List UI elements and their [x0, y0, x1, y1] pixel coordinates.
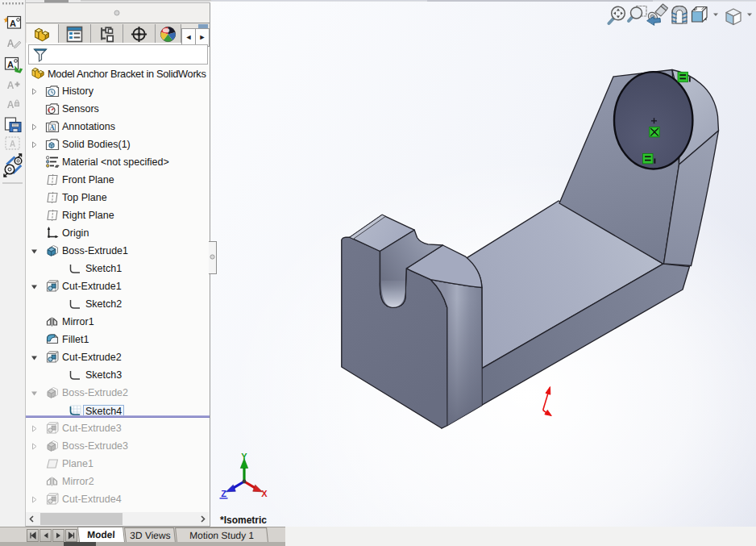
svg-text:A: A	[7, 99, 15, 110]
svg-text:X: X	[261, 489, 268, 498]
svg-text:A: A	[7, 60, 14, 69]
svg-text:A: A	[10, 19, 16, 28]
svg-text:A: A	[7, 80, 15, 91]
svg-text:Y: Y	[241, 452, 247, 461]
svg-text:A: A	[10, 140, 15, 148]
svg-text:A: A	[7, 38, 15, 49]
svg-text:Z: Z	[221, 489, 226, 498]
